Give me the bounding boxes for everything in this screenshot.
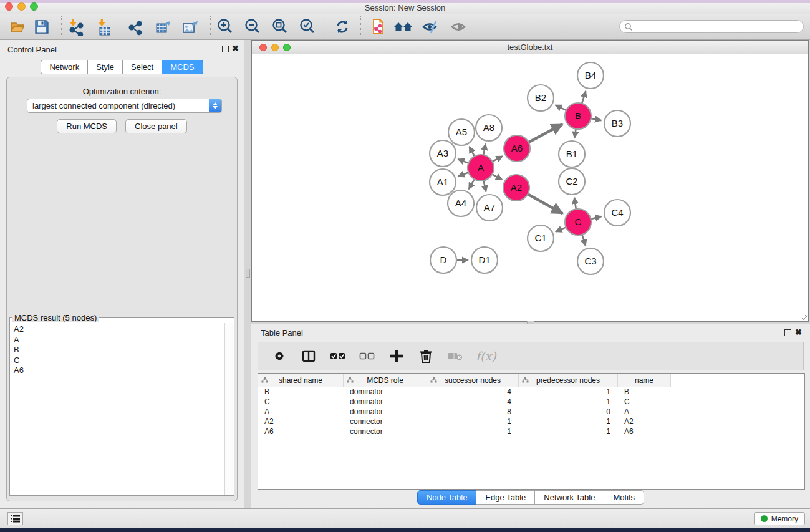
tab-network-table[interactable]: Network Table (535, 490, 604, 505)
vertical-splitter-handle[interactable] (246, 269, 250, 278)
table-cell[interactable]: 1 (519, 417, 618, 427)
table-cell[interactable]: A (258, 407, 344, 417)
resize-grip-icon[interactable] (799, 312, 808, 321)
hide-selected-button[interactable] (420, 17, 441, 36)
close-panel-icon[interactable]: ✖ (232, 44, 239, 53)
zoom-selected-button[interactable] (297, 17, 318, 36)
table-cell[interactable]: connector (344, 417, 427, 427)
refresh-button[interactable] (332, 17, 353, 36)
function-builder-button[interactable]: f(x) (476, 349, 496, 363)
save-session-button[interactable] (31, 17, 52, 36)
table-row[interactable]: Adominator80A (258, 407, 804, 417)
tab-edge-table[interactable]: Edge Table (476, 490, 535, 505)
table-cell[interactable]: A2 (618, 417, 671, 427)
graph-edge-B-B4[interactable] (582, 91, 586, 104)
tab-style[interactable]: Style (88, 60, 123, 74)
network-canvas[interactable]: AA1A2A3A4A5A6A7A8BB1B2B3B4CC1C2C3C4DD1 (252, 54, 808, 321)
table-panel-float-icon[interactable] (784, 329, 791, 336)
table-row[interactable]: Bdominator41B (258, 387, 804, 397)
table-cell[interactable]: A (618, 407, 671, 417)
tab-mcds[interactable]: MCDS (162, 60, 203, 74)
mcds-result-item[interactable]: A6 (14, 365, 224, 376)
table-row[interactable]: A2connector11A2 (258, 417, 804, 427)
graph-edge-B-B3[interactable] (591, 118, 602, 120)
graph-edge-A-A3[interactable] (458, 159, 468, 163)
add-column-button[interactable] (388, 347, 405, 365)
mcds-result-item[interactable]: C (14, 355, 224, 366)
memory-button[interactable]: Memory (754, 512, 805, 525)
graph-edge-A-A4[interactable] (469, 179, 475, 189)
graph-edge-A-A1[interactable] (458, 172, 468, 176)
graph-edge-C-C3[interactable] (582, 235, 586, 246)
table-cell[interactable]: dominator (344, 397, 427, 407)
table-cell[interactable]: 0 (519, 407, 618, 417)
tab-network[interactable]: Network (41, 60, 88, 74)
tab-motifs[interactable]: Motifs (604, 490, 644, 505)
criterion-dropdown[interactable]: largest connected component (directed) (27, 99, 222, 113)
column-header-predecessor-nodes[interactable]: predecessor nodes (519, 374, 618, 387)
table-cell[interactable]: 1 (427, 417, 519, 427)
mcds-result-item[interactable]: B (14, 345, 224, 355)
table-cell[interactable]: 8 (427, 407, 519, 417)
zoom-out-button[interactable] (242, 17, 263, 36)
table-cell[interactable]: 1 (427, 427, 519, 437)
table-cell[interactable]: 1 (519, 397, 618, 407)
table-cell[interactable]: A2 (258, 417, 344, 427)
import-table-button[interactable] (94, 17, 115, 36)
table-cell[interactable]: 4 (427, 387, 519, 397)
graph-edge-C-C4[interactable] (591, 216, 601, 219)
column-header-successor-nodes[interactable]: successor nodes (427, 374, 519, 387)
column-header-MCDS-role[interactable]: MCDS role (344, 374, 427, 387)
search-input[interactable] (619, 20, 804, 33)
zoom-fit-button[interactable] (269, 17, 291, 36)
table-cell[interactable]: B (618, 387, 671, 397)
table-cell[interactable]: connector (344, 427, 427, 437)
mcds-result-scrollbar[interactable] (224, 323, 234, 495)
table-cell[interactable]: C (618, 397, 671, 407)
table-cell[interactable]: 1 (519, 387, 618, 397)
table-row[interactable]: Cdominator41C (258, 397, 804, 407)
float-panel-icon[interactable] (222, 46, 229, 52)
deselect-all-columns-button[interactable] (359, 347, 376, 365)
graph-edge-A-A5[interactable] (469, 147, 474, 157)
status-menu-button[interactable] (7, 512, 23, 525)
table-cell[interactable]: dominator (344, 407, 427, 417)
table-cell[interactable]: 1 (519, 427, 618, 437)
graph-edge-A-A6[interactable] (493, 156, 503, 162)
run-mcds-button[interactable]: Run MCDS (57, 119, 117, 133)
table-cell[interactable]: dominator (344, 387, 427, 397)
select-all-columns-button[interactable] (329, 347, 347, 365)
network-window-titlebar[interactable]: testGlobe.txt (252, 41, 808, 54)
tab-node-table[interactable]: Node Table (417, 490, 477, 505)
show-all-button[interactable] (448, 17, 470, 36)
graph-edge-A2-C[interactable] (528, 194, 562, 213)
graph-edge-A-A2[interactable] (492, 174, 502, 180)
graph-edge-C-C1[interactable] (556, 227, 566, 231)
column-header-name[interactable]: name (618, 374, 671, 387)
graph-edge-A-A8[interactable] (483, 144, 486, 155)
delete-table-button[interactable] (446, 347, 464, 365)
tab-select[interactable]: Select (123, 60, 162, 74)
export-network-button[interactable] (126, 17, 147, 36)
table-row[interactable]: A6connector11A6 (258, 427, 804, 437)
graph-edge-B-B1[interactable] (574, 129, 576, 138)
graph-edge-C-C2[interactable] (574, 198, 576, 209)
table-cell[interactable]: B (258, 387, 344, 397)
graph-edge-A6-B[interactable] (529, 124, 562, 142)
import-network-button[interactable] (65, 17, 86, 36)
delete-columns-button[interactable] (417, 347, 435, 365)
first-neighbors-button[interactable] (393, 17, 414, 36)
clone-network-button[interactable] (367, 17, 388, 36)
graph-edge-A-A7[interactable] (483, 181, 486, 192)
zoom-in-button[interactable] (215, 17, 236, 36)
toggle-column-view-button[interactable] (300, 347, 317, 365)
table-cell[interactable]: A6 (258, 427, 344, 437)
mcds-result-item[interactable]: A (14, 335, 224, 346)
export-image-button[interactable] (180, 17, 201, 36)
table-cell[interactable]: 4 (427, 397, 519, 407)
titlebar[interactable]: Session: New Session (0, 3, 810, 14)
close-panel-button[interactable]: Close panel (125, 119, 187, 133)
settings-gear-button[interactable] (271, 347, 288, 365)
mcds-result-item[interactable]: A2 (14, 324, 224, 335)
open-session-button[interactable] (8, 17, 29, 36)
